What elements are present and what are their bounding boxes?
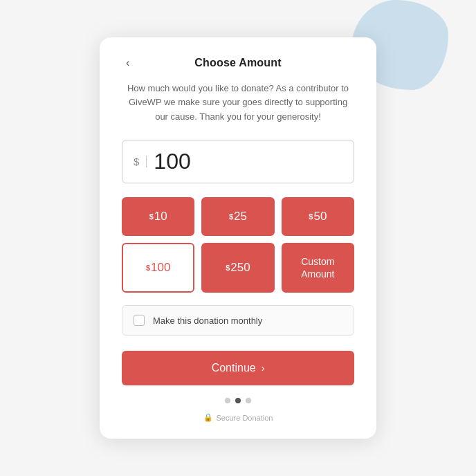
chevron-right-icon: › (262, 363, 265, 374)
amount-button-50[interactable]: $50 (282, 197, 354, 236)
secure-donation: 🔒 Secure Donation (122, 413, 354, 422)
dot-2 (235, 398, 241, 403)
amount-input-wrapper: $ (122, 140, 354, 183)
continue-button[interactable]: Continue › (122, 351, 354, 385)
monthly-label: Make this donation monthly (153, 315, 262, 326)
donation-card: ‹ Choose Amount How much would you like … (100, 37, 376, 439)
monthly-checkbox[interactable] (134, 315, 145, 326)
amount-button-250[interactable]: $250 (201, 243, 274, 293)
amount-button-10[interactable]: $10 (122, 197, 194, 236)
card-title: Choose Amount (194, 57, 282, 69)
amount-button-25[interactable]: $25 (201, 197, 274, 236)
amount-button-100[interactable]: $100 (122, 243, 194, 293)
dot-3 (246, 398, 251, 403)
back-button[interactable]: ‹ (122, 55, 134, 71)
lock-icon: 🔒 (203, 413, 213, 422)
description-text: How much would you like to donate? As a … (122, 82, 354, 125)
amount-input[interactable] (154, 149, 342, 174)
continue-label: Continue (212, 362, 256, 374)
secure-label: Secure Donation (217, 414, 273, 422)
dot-1 (225, 398, 230, 403)
card-header: ‹ Choose Amount (122, 57, 354, 69)
currency-symbol: $ (134, 156, 147, 167)
progress-dots (122, 398, 354, 403)
amounts-grid: $10 $25 $50 $100 $250 CustomAmount (122, 197, 354, 293)
monthly-wrapper[interactable]: Make this donation monthly (122, 305, 354, 336)
amount-button-custom[interactable]: CustomAmount (282, 243, 354, 293)
